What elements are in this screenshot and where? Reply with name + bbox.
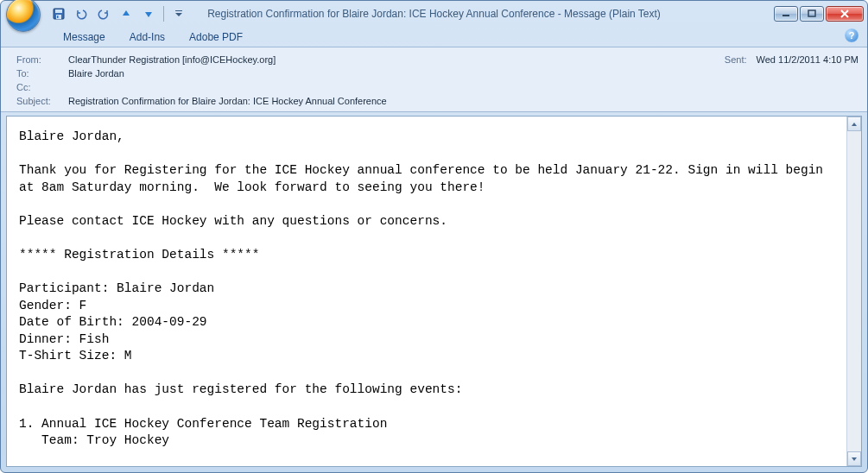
window-title: Registration Confirmation for Blaire Jor… xyxy=(207,8,661,20)
save-button[interactable] xyxy=(49,4,68,23)
next-item-button[interactable] xyxy=(139,4,158,23)
svg-rect-5 xyxy=(782,15,789,16)
message-body-container: Blaire Jordan, Thank you for Registering… xyxy=(6,116,862,467)
tab-add-ins[interactable]: Add-Ins xyxy=(117,28,177,47)
undo-button[interactable] xyxy=(72,4,91,23)
maximize-icon xyxy=(808,9,816,18)
message-window: Registration Confirmation for Blaire Jor… xyxy=(0,0,868,473)
subject-value: Registration Confirmation for Blaire Jor… xyxy=(68,96,387,106)
undo-icon xyxy=(75,8,87,20)
arrow-down-icon xyxy=(143,9,154,19)
minimize-button[interactable] xyxy=(774,6,798,22)
message-header: From: ClearThunder Registration [info@IC… xyxy=(1,47,867,112)
titlebar: Registration Confirmation for Blaire Jor… xyxy=(1,1,867,27)
svg-rect-2 xyxy=(56,15,61,19)
from-value: ClearThunder Registration [info@ICEHocke… xyxy=(68,54,276,65)
sent-label: Sent: xyxy=(725,54,747,65)
subject-label: Subject: xyxy=(16,96,68,106)
triangle-up-icon xyxy=(851,121,858,128)
cc-label: Cc: xyxy=(16,82,68,92)
redo-icon xyxy=(98,8,110,20)
from-label: From: xyxy=(16,54,68,65)
to-value: Blaire Jordan xyxy=(68,68,124,79)
help-button[interactable]: ? xyxy=(845,28,858,42)
ribbon-tabs: Message Add-Ins Adobe PDF ? xyxy=(1,27,867,47)
window-controls xyxy=(772,6,864,22)
svg-rect-3 xyxy=(57,16,59,18)
vertical-scrollbar[interactable] xyxy=(846,117,861,466)
tab-adobe-pdf[interactable]: Adobe PDF xyxy=(177,28,255,47)
redo-button[interactable] xyxy=(94,4,113,23)
svg-rect-6 xyxy=(808,10,815,16)
tab-message[interactable]: Message xyxy=(51,28,117,47)
save-icon xyxy=(53,8,65,20)
arrow-up-icon xyxy=(121,9,131,19)
close-button[interactable] xyxy=(826,6,864,22)
to-label: To: xyxy=(16,68,68,79)
sent-value: Wed 11/2/2011 4:10 PM xyxy=(757,54,858,65)
scroll-track[interactable] xyxy=(847,131,861,451)
previous-item-button[interactable] xyxy=(117,4,136,23)
svg-rect-4 xyxy=(175,10,182,11)
minimize-icon xyxy=(782,9,790,18)
qat-separator xyxy=(163,6,164,22)
help-icon: ? xyxy=(849,30,855,41)
triangle-down-icon xyxy=(851,456,858,463)
quick-access-toolbar xyxy=(49,4,188,23)
svg-rect-1 xyxy=(55,9,62,13)
maximize-button[interactable] xyxy=(800,6,824,22)
qat-customize-button[interactable] xyxy=(169,4,188,23)
scroll-down-button[interactable] xyxy=(847,451,861,466)
message-body[interactable]: Blaire Jordan, Thank you for Registering… xyxy=(7,117,846,466)
chevron-down-icon xyxy=(174,9,183,18)
close-icon xyxy=(839,9,850,18)
scroll-up-button[interactable] xyxy=(847,117,861,131)
